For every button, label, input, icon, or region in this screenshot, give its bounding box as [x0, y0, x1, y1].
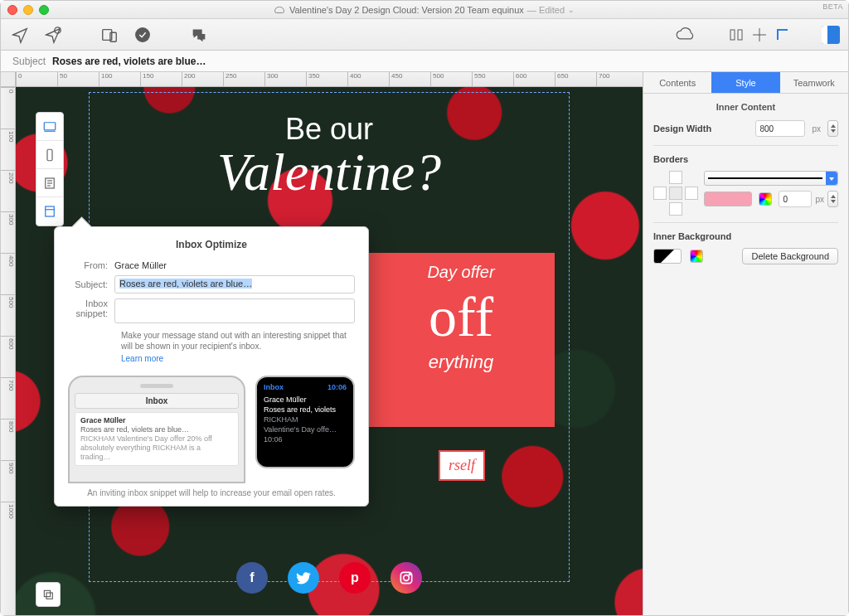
- svg-rect-5: [738, 30, 742, 40]
- inner-background-heading: Inner Background: [653, 231, 838, 241]
- offer-line2: off: [374, 282, 548, 352]
- title-dropdown-icon[interactable]: ⌄: [568, 6, 575, 14]
- learn-more-link[interactable]: Learn more: [121, 353, 355, 364]
- svg-point-10: [409, 574, 410, 575]
- offer-line1: Day offer: [374, 263, 548, 282]
- cta-button-fragment[interactable]: rself: [439, 450, 485, 481]
- from-label: From:: [68, 260, 114, 270]
- cloud-icon[interactable]: [674, 24, 696, 46]
- subject-bar: Subject Roses are red, violets are blue…: [1, 51, 848, 72]
- border-color-swatch[interactable]: [704, 192, 752, 206]
- border-side-picker[interactable]: [653, 171, 694, 216]
- subject-input[interactable]: Roses are red, violets are blue…: [114, 275, 355, 293]
- design-width-input[interactable]: 800: [755, 120, 805, 137]
- px-unit: px: [812, 124, 821, 133]
- bg-color-wheel-icon[interactable]: [690, 250, 703, 263]
- ruler-tick: 400: [1, 253, 15, 294]
- inner-content-heading: Inner Content: [653, 102, 838, 112]
- offer-box[interactable]: Day offer off erything: [367, 253, 555, 427]
- border-style-select[interactable]: [704, 171, 838, 186]
- svg-rect-11: [44, 122, 56, 129]
- view-text-button[interactable]: [36, 169, 63, 197]
- ruler-tick: 100: [1, 129, 15, 170]
- svg-rect-20: [44, 590, 50, 596]
- check-icon[interactable]: [132, 24, 153, 46]
- ruler-tick: 450: [389, 72, 430, 86]
- svg-rect-18: [46, 206, 55, 216]
- edited-indicator: — Edited: [527, 5, 565, 15]
- twitter-icon[interactable]: [288, 562, 319, 594]
- watch-time: 10:06: [327, 382, 347, 392]
- watch-app-label: Inbox: [264, 382, 284, 392]
- ruler-vertical: 01002003004005006007008009001000: [1, 87, 16, 615]
- design-canvas[interactable]: Be our Valentine? Day offer off erything…: [16, 87, 643, 615]
- hero-headline[interactable]: Be our Valentine?: [16, 87, 643, 203]
- ruler-tick: 200: [1, 170, 15, 211]
- ruler-tick: 250: [223, 72, 264, 86]
- svg-rect-21: [46, 593, 52, 599]
- design-width-stepper[interactable]: [827, 120, 838, 137]
- delete-background-button[interactable]: Delete Background: [742, 248, 838, 264]
- ruler-tick: 900: [1, 460, 15, 502]
- align-center-icon[interactable]: [750, 26, 769, 44]
- instagram-icon[interactable]: [391, 562, 422, 594]
- send-test-icon[interactable]: [42, 24, 64, 46]
- device-view-strip: [36, 112, 64, 226]
- subject-value[interactable]: Roses are red, violets are blue…: [52, 56, 206, 67]
- ruler-tick: 600: [513, 72, 555, 86]
- popover-footer: An inviting inbox snippet will help to i…: [68, 488, 355, 497]
- phone-preview-body: RICKHAM Valentine's Day offer 20% off ab…: [80, 434, 233, 462]
- from-value: Grace Müller: [114, 260, 355, 270]
- toggle-inspector-button[interactable]: [822, 26, 840, 44]
- toolbar: [1, 19, 848, 51]
- pinterest-icon[interactable]: p: [339, 562, 371, 594]
- border-width-input[interactable]: 0: [779, 191, 812, 207]
- tab-style[interactable]: Style: [711, 72, 779, 93]
- tab-contents[interactable]: Contents: [643, 72, 711, 93]
- subject-field-label: Subject:: [68, 279, 114, 289]
- window-title: Valentine's Day 2 Design Cloud: Version …: [289, 5, 524, 15]
- watch-line-3: RICKHAM: [264, 415, 347, 424]
- ruler-tick: 500: [430, 72, 472, 86]
- ruler-tick: 50: [57, 72, 99, 86]
- preview-devices-icon[interactable]: [99, 24, 120, 46]
- layers-button[interactable]: [36, 582, 61, 607]
- tab-teamwork[interactable]: Teamwork: [780, 72, 848, 93]
- bg-swatch[interactable]: [653, 249, 682, 264]
- alignment-tools: [727, 26, 792, 44]
- ruler-tick: 0: [16, 72, 57, 86]
- ruler-tick: 1000: [1, 502, 15, 543]
- view-mobile-button[interactable]: [36, 141, 63, 169]
- svg-point-9: [404, 575, 410, 581]
- guides-icon[interactable]: [774, 26, 792, 44]
- beta-badge: BETA: [822, 2, 843, 11]
- view-desktop-button[interactable]: [36, 113, 63, 141]
- inspector-tabs: Contents Style Teamwork: [643, 72, 848, 94]
- facebook-icon[interactable]: f: [236, 562, 268, 594]
- popover-title: Inbox Optimize: [68, 239, 355, 250]
- cloud-sync-icon: [274, 7, 284, 13]
- svg-rect-13: [47, 149, 52, 161]
- ruler-origin: [1, 72, 16, 87]
- ruler-tick: 600: [1, 336, 15, 377]
- align-distribute-icon[interactable]: [727, 26, 745, 44]
- phone-preview-sender: Grace Müller: [80, 416, 126, 424]
- canvas-area: 0501001502002503003504004505005506006507…: [1, 72, 643, 615]
- ruler-tick: 500: [1, 294, 15, 336]
- ruler-horizontal: 0501001502002503003504004505005506006507…: [16, 72, 643, 87]
- hero-line2: Valentine?: [16, 142, 643, 203]
- comments-icon[interactable]: [188, 24, 210, 46]
- snippet-input[interactable]: [114, 298, 355, 323]
- svg-rect-4: [730, 30, 735, 40]
- send-icon[interactable]: [9, 24, 31, 46]
- watch-line-sender: Grace Müller: [264, 395, 347, 405]
- ruler-tick: 400: [347, 72, 389, 86]
- view-inbox-optimize-button[interactable]: [36, 197, 63, 226]
- phone-preview-subject: Roses are red, violets are blue…: [80, 425, 233, 434]
- border-width-stepper[interactable]: [827, 191, 838, 207]
- ruler-tick: 0: [1, 87, 15, 129]
- ruler-tick: 200: [182, 72, 223, 86]
- svg-point-3: [136, 27, 150, 41]
- inspector-panel: Contents Style Teamwork Inner Content De…: [643, 72, 848, 615]
- border-color-wheel-icon[interactable]: [759, 192, 772, 206]
